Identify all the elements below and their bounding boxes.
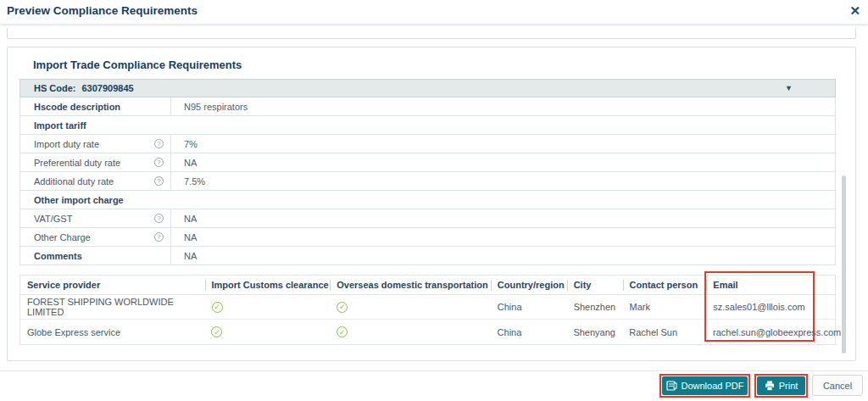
help-circle-icon[interactable]: ?: [154, 139, 164, 148]
check-circle-icon: ✓: [337, 302, 348, 313]
hs-code-value: 6307909845: [82, 83, 134, 93]
hs-code-label: HS Code:: [34, 83, 76, 93]
row-label: Additional duty rate ?: [20, 172, 171, 190]
provider-table-header: Service provider Import Customs clearanc…: [20, 276, 835, 295]
row-label-text: VAT/GST: [34, 214, 72, 224]
row-label-text: Additional duty rate: [34, 176, 114, 187]
table-row: Preferential duty rate ? NA: [19, 153, 836, 172]
download-button-highlight-annotation: Download PDF: [659, 374, 750, 398]
table-row: VAT/GST ? NA: [19, 209, 836, 228]
print-button[interactable]: Print: [757, 376, 805, 395]
country-cell: China: [491, 295, 567, 319]
column-header: Import Customs clearance: [205, 276, 331, 294]
table-row: Globe Express service ✓ ✓ China Shenyang…: [20, 320, 835, 344]
overseas-transport-cell: ✓: [330, 320, 491, 344]
row-label: Hscode description: [20, 97, 171, 115]
print-button-highlight-annotation: Print: [754, 374, 808, 398]
section-row-label: Other import charge: [20, 191, 835, 209]
contact-cell: Mark: [623, 295, 707, 319]
table-row: Import duty rate ? 7%: [19, 135, 836, 153]
country-cell: China: [491, 320, 567, 344]
import-customs-cell: ✓: [205, 295, 331, 319]
print-label: Print: [779, 381, 798, 391]
column-header: City: [567, 276, 623, 294]
printer-icon: [765, 381, 775, 391]
close-icon[interactable]: ✕: [849, 3, 860, 19]
row-label: Other Charge ?: [20, 228, 171, 246]
row-value: N95 respirators: [171, 97, 835, 115]
help-circle-icon[interactable]: ?: [154, 158, 164, 167]
section-title: Import Trade Compliance Requirements: [33, 58, 855, 72]
row-label-text: Other Charge: [34, 232, 91, 242]
row-value: NA: [171, 209, 835, 227]
row-label: Preferential duty rate ?: [20, 153, 171, 171]
row-value: NA: [171, 153, 835, 171]
column-header: Contact person: [623, 276, 707, 294]
column-header: Service provider: [20, 276, 205, 294]
hs-code-table: HS Code: 6307909845 ▼ Hscode description…: [19, 79, 836, 265]
help-circle-icon[interactable]: ?: [154, 214, 164, 223]
provider-name: FOREST SHIPPING WORLDWIDE LIMITED: [20, 295, 205, 319]
pdf-icon: [666, 381, 677, 391]
section-row-label: Import tariff: [20, 116, 835, 134]
email-cell: sz.sales01@lllois.com: [706, 295, 835, 319]
preview-compliance-modal: Preview Compliance Requirements ✕ Import…: [0, 0, 868, 401]
download-pdf-label: Download PDF: [682, 381, 744, 391]
row-label-text: Import duty rate: [34, 139, 99, 149]
vertical-scrollbar-thumb[interactable]: [842, 175, 846, 354]
table-row: Other Charge ? NA: [19, 228, 836, 247]
table-row: Additional duty rate ? 7.5%: [19, 172, 836, 191]
row-value: 7%: [171, 135, 835, 153]
download-pdf-button[interactable]: Download PDF: [662, 376, 748, 395]
row-value: NA: [171, 247, 835, 265]
table-row: FOREST SHIPPING WORLDWIDE LIMITED ✓ ✓ Ch…: [20, 295, 835, 320]
email-cell: rachel.sun@globeexpress.com: [706, 320, 835, 344]
table-section-row: Import tariff: [19, 116, 836, 135]
city-cell: Shenyang: [566, 320, 622, 344]
import-customs-cell: ✓: [204, 320, 330, 344]
content-card: Import Trade Compliance Requirements HS …: [7, 47, 856, 361]
provider-name: Globe Express service: [20, 320, 204, 344]
contact-cell: Rachel Sun: [622, 320, 706, 344]
column-header: Overseas domestic transportation: [330, 276, 491, 294]
table-row: Comments NA: [19, 247, 836, 265]
row-value: 7.5%: [171, 172, 835, 190]
overseas-transport-cell: ✓: [330, 295, 491, 319]
row-value: NA: [171, 228, 835, 246]
modal-title: Preview Compliance Requirements: [7, 4, 198, 17]
row-label: Import duty rate ?: [20, 135, 171, 153]
check-circle-icon: ✓: [337, 326, 348, 337]
column-header: Country/region: [491, 276, 567, 294]
footer-bar: Download PDF Print Cancel: [0, 370, 868, 401]
chevron-down-icon[interactable]: ▼: [785, 84, 793, 92]
help-circle-icon[interactable]: ?: [154, 176, 164, 186]
cancel-button[interactable]: Cancel: [812, 375, 863, 396]
city-cell: Shenzhen: [567, 295, 623, 319]
modal-header: Preview Compliance Requirements ✕: [0, 0, 868, 24]
column-header: Email: [706, 276, 835, 294]
row-label-text: Preferential duty rate: [34, 158, 120, 168]
scrolled-section-remnant: [7, 28, 856, 39]
help-circle-icon[interactable]: ?: [154, 232, 164, 242]
table-row: Hscode description N95 respirators: [19, 97, 836, 116]
row-label: VAT/GST ?: [20, 209, 171, 227]
row-label: Comments: [20, 247, 171, 265]
check-circle-icon: ✓: [211, 326, 222, 337]
hs-code-accordion-header[interactable]: HS Code: 6307909845 ▼: [19, 79, 836, 97]
service-provider-table: Service provider Import Customs clearanc…: [19, 275, 836, 345]
check-circle-icon: ✓: [212, 302, 223, 313]
table-section-row: Other import charge: [19, 191, 836, 209]
